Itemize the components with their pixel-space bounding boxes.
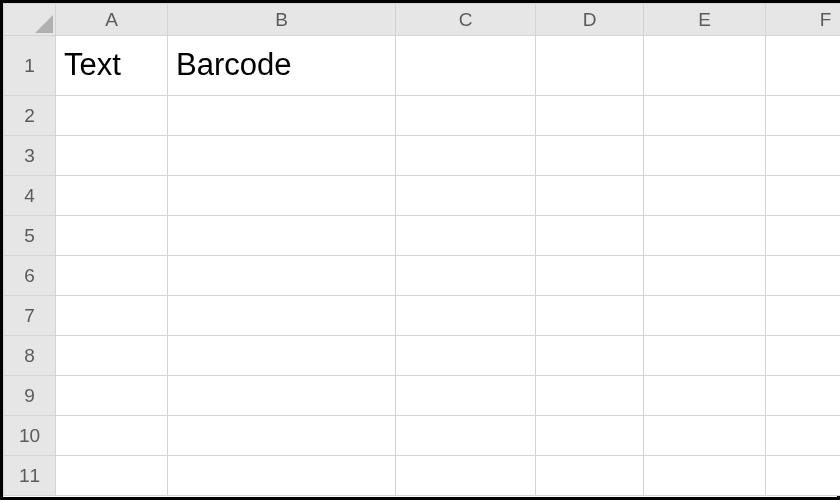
column-header-row: A B C D E F [4, 4, 841, 36]
col-header-F[interactable]: F [766, 4, 841, 36]
cell-F4[interactable] [766, 176, 841, 216]
row-8: 8 [4, 336, 841, 376]
col-header-A[interactable]: A [56, 4, 168, 36]
cell-D4[interactable] [536, 176, 644, 216]
cell-F5[interactable] [766, 216, 841, 256]
col-header-E[interactable]: E [644, 4, 766, 36]
cell-A4[interactable] [56, 176, 168, 216]
cell-B11[interactable] [168, 456, 396, 496]
cell-B2[interactable] [168, 96, 396, 136]
cell-D10[interactable] [536, 416, 644, 456]
cell-D7[interactable] [536, 296, 644, 336]
cell-A3[interactable] [56, 136, 168, 176]
cell-E4[interactable] [644, 176, 766, 216]
row-1: 1 Text Barcode [4, 36, 841, 96]
row-7: 7 [4, 296, 841, 336]
cell-F1[interactable] [766, 36, 841, 96]
cell-C1[interactable] [396, 36, 536, 96]
cell-E6[interactable] [644, 256, 766, 296]
cell-E7[interactable] [644, 296, 766, 336]
col-header-B[interactable]: B [168, 4, 396, 36]
spreadsheet-viewport: A B C D E F 1 Text Barcode 2 3 [0, 0, 840, 500]
cell-E1[interactable] [644, 36, 766, 96]
row-header-8[interactable]: 8 [4, 336, 56, 376]
cell-E11[interactable] [644, 456, 766, 496]
cell-A7[interactable] [56, 296, 168, 336]
row-2: 2 [4, 96, 841, 136]
row-header-5[interactable]: 5 [4, 216, 56, 256]
cell-F7[interactable] [766, 296, 841, 336]
cell-A11[interactable] [56, 456, 168, 496]
cell-F11[interactable] [766, 456, 841, 496]
col-header-D[interactable]: D [536, 4, 644, 36]
cell-D1[interactable] [536, 36, 644, 96]
spreadsheet-grid[interactable]: A B C D E F 1 Text Barcode 2 3 [3, 3, 840, 496]
row-header-6[interactable]: 6 [4, 256, 56, 296]
cell-B7[interactable] [168, 296, 396, 336]
cell-D5[interactable] [536, 216, 644, 256]
cell-C8[interactable] [396, 336, 536, 376]
cell-F3[interactable] [766, 136, 841, 176]
cell-C3[interactable] [396, 136, 536, 176]
cell-E8[interactable] [644, 336, 766, 376]
cell-C5[interactable] [396, 216, 536, 256]
cell-C4[interactable] [396, 176, 536, 216]
cell-D6[interactable] [536, 256, 644, 296]
row-header-2[interactable]: 2 [4, 96, 56, 136]
row-header-3[interactable]: 3 [4, 136, 56, 176]
cell-F8[interactable] [766, 336, 841, 376]
row-header-7[interactable]: 7 [4, 296, 56, 336]
cell-A2[interactable] [56, 96, 168, 136]
cell-C2[interactable] [396, 96, 536, 136]
cell-B9[interactable] [168, 376, 396, 416]
cell-B6[interactable] [168, 256, 396, 296]
col-header-C[interactable]: C [396, 4, 536, 36]
cell-C7[interactable] [396, 296, 536, 336]
cell-D11[interactable] [536, 456, 644, 496]
cell-C6[interactable] [396, 256, 536, 296]
cell-D3[interactable] [536, 136, 644, 176]
cell-B3[interactable] [168, 136, 396, 176]
svg-marker-0 [35, 15, 53, 33]
cell-C9[interactable] [396, 376, 536, 416]
row-3: 3 [4, 136, 841, 176]
cell-B5[interactable] [168, 216, 396, 256]
cell-A6[interactable] [56, 256, 168, 296]
cell-D9[interactable] [536, 376, 644, 416]
select-all-triangle-icon [35, 15, 53, 33]
cell-F2[interactable] [766, 96, 841, 136]
cell-F6[interactable] [766, 256, 841, 296]
cell-E10[interactable] [644, 416, 766, 456]
cell-B10[interactable] [168, 416, 396, 456]
row-10: 10 [4, 416, 841, 456]
cell-A1[interactable]: Text [56, 36, 168, 96]
cell-F9[interactable] [766, 376, 841, 416]
cell-A9[interactable] [56, 376, 168, 416]
cell-C11[interactable] [396, 456, 536, 496]
row-11: 11 [4, 456, 841, 496]
row-6: 6 [4, 256, 841, 296]
cell-E3[interactable] [644, 136, 766, 176]
cell-B4[interactable] [168, 176, 396, 216]
cell-B1[interactable]: Barcode [168, 36, 396, 96]
select-all-corner[interactable] [4, 4, 56, 36]
cell-C10[interactable] [396, 416, 536, 456]
row-header-10[interactable]: 10 [4, 416, 56, 456]
cell-D8[interactable] [536, 336, 644, 376]
row-header-1[interactable]: 1 [4, 36, 56, 96]
row-header-4[interactable]: 4 [4, 176, 56, 216]
row-header-11[interactable]: 11 [4, 456, 56, 496]
row-4: 4 [4, 176, 841, 216]
row-9: 9 [4, 376, 841, 416]
cell-A5[interactable] [56, 216, 168, 256]
cell-E2[interactable] [644, 96, 766, 136]
cell-A8[interactable] [56, 336, 168, 376]
row-5: 5 [4, 216, 841, 256]
cell-D2[interactable] [536, 96, 644, 136]
cell-B8[interactable] [168, 336, 396, 376]
cell-E9[interactable] [644, 376, 766, 416]
row-header-9[interactable]: 9 [4, 376, 56, 416]
cell-F10[interactable] [766, 416, 841, 456]
cell-A10[interactable] [56, 416, 168, 456]
cell-E5[interactable] [644, 216, 766, 256]
